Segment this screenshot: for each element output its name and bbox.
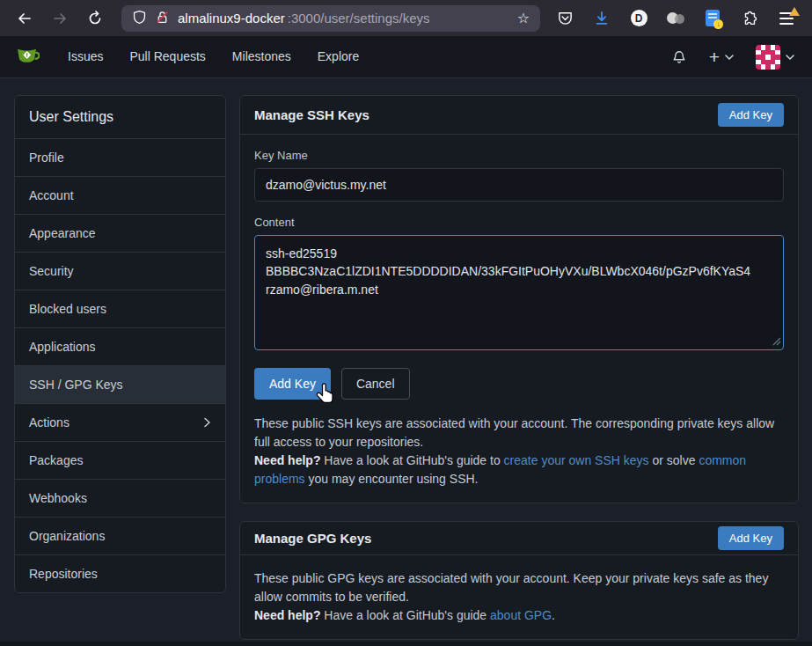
gpg-need-help-label: Need help? (254, 608, 320, 622)
content-label: Content (254, 216, 784, 229)
nav-item-pull-requests[interactable]: Pull Requests (116, 36, 218, 77)
menu-notification-badge (789, 7, 800, 16)
about-gpg-link[interactable]: about GPG (490, 608, 552, 622)
insecure-lock-icon[interactable] (155, 10, 170, 27)
key-content-textarea[interactable]: ssh-ed25519 BBBBC3NzaC1lZDI1NTE5DDDDIDAN… (254, 235, 784, 350)
browser-toolbar: almalinux9-docker:3000/user/settings/key… (0, 0, 812, 36)
chevron-down-icon (725, 54, 734, 61)
url-path: :3000/user/settings/keys (288, 11, 430, 26)
reload-icon[interactable] (86, 10, 104, 27)
bottom-strip (0, 642, 812, 646)
notifications-bell-icon[interactable] (671, 49, 687, 65)
forward-icon[interactable] (51, 10, 69, 27)
sidebar-title: User Settings (15, 96, 225, 138)
sidebar-item-webhooks[interactable]: Webhooks (15, 479, 225, 517)
sidebar-item-blocked-users[interactable]: Blocked users (15, 290, 225, 327)
add-key-submit-button[interactable]: Add Key (254, 368, 331, 400)
duckduckgo-extension-icon[interactable]: D (629, 9, 648, 28)
ssh-panel-title: Manage SSH Keys (254, 107, 369, 122)
create-ssh-keys-link[interactable]: create your own SSH keys (504, 453, 649, 467)
ssh-help-text: These public SSH keys are associated wit… (254, 415, 784, 488)
menu-hamburger-icon[interactable] (777, 9, 796, 28)
cancel-button[interactable]: Cancel (341, 368, 410, 400)
sidebar-item-packages[interactable]: Packages (15, 441, 225, 479)
sidebar-item-security[interactable]: Security (15, 252, 225, 290)
sidebar-item-actions[interactable]: Actions (15, 403, 225, 441)
sidebar-item-ssh-gpg-keys[interactable]: SSH / GPG Keys (15, 365, 225, 403)
gpg-help-text: These public GPG keys are associated wit… (254, 569, 784, 625)
gpg-add-key-toggle-button[interactable]: Add Key (718, 526, 784, 550)
chevron-right-icon (203, 417, 211, 428)
nav-item-issues[interactable]: Issues (55, 36, 116, 77)
sidebar-item-appearance[interactable]: Appearance (15, 214, 225, 252)
nav-item-explore[interactable]: Explore (304, 36, 372, 77)
sidebar-item-account[interactable]: Account (15, 176, 225, 214)
nav-item-milestones[interactable]: Milestones (219, 36, 304, 77)
extension-circles-icon[interactable] (666, 9, 685, 28)
gpg-panel-title: Manage GPG Keys (254, 531, 371, 546)
ssh-need-help-label: Need help? (254, 453, 320, 467)
downloads-icon[interactable] (592, 9, 611, 28)
gitea-navbar: Issues Pull Requests Milestones Explore … (0, 36, 812, 78)
manage-gpg-keys-panel: Manage GPG Keys Add Key These public GPG… (239, 521, 799, 640)
url-host: almalinux9-docker (178, 11, 285, 26)
pocket-icon[interactable] (555, 9, 574, 28)
manage-ssh-keys-panel: Manage SSH Keys Add Key Key Name Content… (239, 95, 799, 503)
plus-icon: + (709, 48, 720, 66)
back-icon[interactable] (16, 10, 33, 27)
sidebar-item-repositories[interactable]: Repositories (15, 554, 225, 592)
shield-icon[interactable] (132, 10, 147, 27)
sidebar-item-applications[interactable]: Applications (15, 327, 225, 365)
address-bar[interactable]: almalinux9-docker:3000/user/settings/key… (121, 5, 540, 32)
sidebar-item-profile[interactable]: Profile (15, 138, 225, 176)
create-new-button[interactable]: + (709, 48, 734, 66)
gitea-logo-icon[interactable] (14, 44, 40, 70)
settings-sidebar: User Settings Profile Account Appearance… (14, 95, 226, 593)
key-name-input[interactable] (254, 168, 784, 202)
document-download-extension-icon[interactable]: ↓ (703, 9, 722, 28)
sidebar-item-organizations[interactable]: Organizations (15, 517, 225, 554)
chevron-down-icon (786, 54, 794, 61)
extensions-puzzle-icon[interactable] (740, 9, 759, 28)
avatar (756, 45, 780, 70)
bookmark-star-icon[interactable]: ☆ (517, 11, 530, 26)
ssh-add-key-toggle-button[interactable]: Add Key (718, 103, 784, 127)
key-name-label: Key Name (254, 149, 784, 162)
user-menu[interactable] (756, 45, 794, 70)
